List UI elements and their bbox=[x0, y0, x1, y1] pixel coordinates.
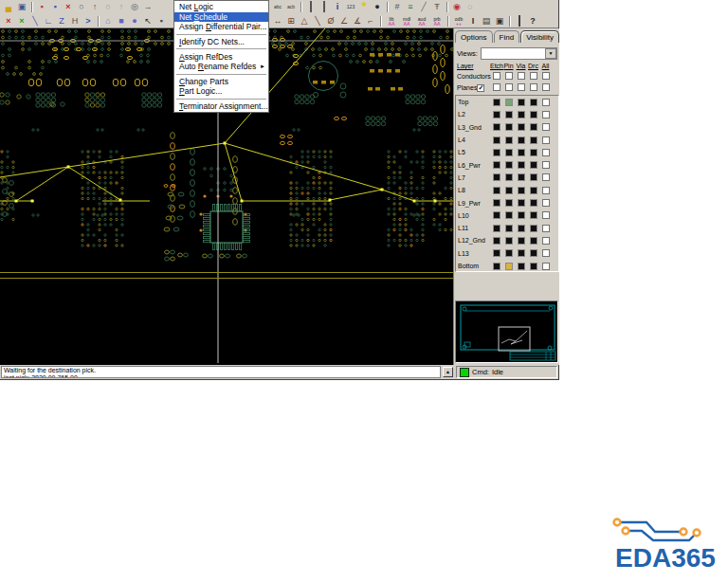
conductors-via-checkbox[interactable] bbox=[518, 72, 525, 80]
delete-green-x-icon[interactable]: × bbox=[15, 15, 28, 27]
text-acb-icon[interactable]: acb bbox=[284, 1, 298, 13]
layer-etch-swatch[interactable] bbox=[493, 249, 500, 257]
layer-via-swatch[interactable] bbox=[518, 263, 525, 270]
dim-linear-icon[interactable]: ↔ bbox=[271, 15, 284, 27]
tab-find[interactable]: Find bbox=[494, 30, 520, 43]
layer-etch-swatch[interactable] bbox=[493, 111, 500, 118]
layer-all-checkbox[interactable] bbox=[542, 99, 550, 106]
select-lasso-icon[interactable]: ○ bbox=[75, 1, 88, 13]
layer-drc-swatch[interactable] bbox=[530, 136, 537, 144]
layer-all-checkbox[interactable] bbox=[542, 225, 550, 232]
layer-via-swatch[interactable] bbox=[518, 111, 525, 118]
planes-pin-checkbox[interactable] bbox=[505, 83, 513, 91]
layer-pin-swatch[interactable] bbox=[505, 211, 513, 219]
world-view[interactable] bbox=[455, 300, 558, 363]
layer-via-swatch[interactable] bbox=[518, 99, 525, 106]
layer-all-checkbox[interactable] bbox=[542, 211, 550, 219]
layer-drc-swatch[interactable] bbox=[530, 263, 537, 270]
views-dropdown[interactable]: ▼ bbox=[481, 47, 557, 60]
text-abc-icon[interactable]: abc bbox=[271, 1, 284, 13]
menu-item-part-logic[interactable]: Part Logic... bbox=[174, 86, 268, 97]
slope-icon[interactable]: ╱ bbox=[417, 1, 430, 13]
layer-pin-swatch[interactable] bbox=[505, 123, 513, 131]
color-palette-icon[interactable] bbox=[304, 1, 318, 13]
odb-icon[interactable]: odb++ bbox=[451, 15, 466, 27]
layer-via-swatch[interactable] bbox=[518, 237, 525, 245]
dim-triangle-icon[interactable]: △ bbox=[298, 15, 311, 27]
layer-drc-swatch[interactable] bbox=[530, 161, 537, 169]
layer-via-swatch[interactable] bbox=[518, 187, 525, 194]
layer-all-checkbox[interactable] bbox=[542, 263, 550, 270]
conductors-all-checkbox[interactable] bbox=[542, 72, 550, 80]
dehighlight-icon[interactable]: ● bbox=[371, 1, 384, 13]
menu-item-terminator-assignment[interactable]: Terminator Assignment... bbox=[174, 101, 268, 112]
layer-etch-swatch[interactable] bbox=[493, 99, 500, 106]
layer-via-swatch[interactable] bbox=[518, 199, 525, 207]
highlight-icon[interactable]: * bbox=[357, 1, 371, 13]
layer-all-checkbox[interactable] bbox=[542, 111, 550, 118]
layer-drc-swatch[interactable] bbox=[530, 237, 537, 245]
layer-all-checkbox[interactable] bbox=[542, 123, 550, 131]
window-icon[interactable] bbox=[513, 15, 526, 27]
aud-icon[interactable]: audAA bbox=[414, 15, 429, 27]
layer-pin-swatch[interactable] bbox=[505, 99, 513, 106]
orthogonal-icon[interactable]: ∟ bbox=[42, 15, 55, 27]
menu-item-assign-differential-pair[interactable]: Assign Differential Pair... bbox=[174, 22, 268, 32]
fix-icon[interactable]: ◉ bbox=[450, 1, 464, 13]
layer-pin-swatch[interactable] bbox=[505, 263, 513, 270]
layer-all-checkbox[interactable] bbox=[542, 149, 550, 156]
layer-all-checkbox[interactable] bbox=[542, 187, 550, 194]
layers-icon[interactable]: ≡ bbox=[404, 1, 417, 13]
delete-red-x-icon[interactable]: × bbox=[2, 15, 15, 27]
layer-etch-swatch[interactable] bbox=[493, 211, 500, 219]
numbers-icon[interactable]: 123 bbox=[344, 1, 357, 13]
planes-checkbox[interactable]: ✓ bbox=[477, 84, 484, 92]
layer-pin-swatch[interactable] bbox=[505, 187, 513, 194]
layer-etch-swatch[interactable] bbox=[493, 237, 500, 245]
tab-options[interactable]: Options bbox=[455, 30, 493, 43]
layer-pin-swatch[interactable] bbox=[505, 199, 513, 207]
planes-via-checkbox[interactable] bbox=[518, 83, 525, 91]
layer-etch-swatch[interactable] bbox=[493, 187, 500, 194]
grid-icon[interactable]: # bbox=[391, 1, 404, 13]
layer-etch-swatch[interactable] bbox=[493, 199, 500, 207]
save-icon[interactable]: ▣ bbox=[15, 1, 28, 13]
conductors-pin-checkbox[interactable] bbox=[505, 72, 513, 80]
menu-item-change-parts[interactable]: Change Parts bbox=[174, 77, 268, 87]
layer-pin-swatch[interactable] bbox=[505, 237, 513, 245]
layer-drc-swatch[interactable] bbox=[530, 187, 537, 194]
layer-all-checkbox[interactable] bbox=[542, 199, 550, 207]
layer-drc-swatch[interactable] bbox=[530, 123, 537, 131]
layer-etch-swatch[interactable] bbox=[493, 149, 500, 156]
dim-diameter-icon[interactable]: Ø bbox=[324, 15, 337, 27]
color-palette2-icon[interactable] bbox=[318, 1, 331, 13]
layer-drc-swatch[interactable] bbox=[530, 211, 537, 219]
layer-pin-swatch[interactable] bbox=[505, 161, 513, 169]
dim-angle-icon[interactable]: ∠ bbox=[337, 15, 351, 27]
layer-drc-swatch[interactable] bbox=[530, 111, 537, 118]
dropdown-arrow-icon[interactable]: ▼ bbox=[545, 48, 556, 59]
layer-via-swatch[interactable] bbox=[518, 249, 525, 257]
camera-icon[interactable]: ▣ bbox=[493, 15, 506, 27]
menu-item-auto-rename-refdes[interactable]: Auto Rename Refdes► bbox=[174, 62, 268, 72]
line-icon[interactable]: ╲ bbox=[28, 15, 42, 27]
raise2-icon[interactable]: ↑ bbox=[115, 1, 128, 13]
layer-all-checkbox[interactable] bbox=[542, 237, 550, 245]
layer-via-swatch[interactable] bbox=[518, 136, 525, 144]
layer-all-checkbox[interactable] bbox=[542, 136, 550, 144]
tab-visibility[interactable]: Visibility bbox=[520, 30, 559, 43]
layer-drc-swatch[interactable] bbox=[530, 149, 537, 156]
prb-icon[interactable]: prbAA bbox=[429, 15, 445, 27]
target-icon[interactable]: ◎ bbox=[128, 1, 141, 13]
layer-via-swatch[interactable] bbox=[518, 123, 525, 131]
info-icon[interactable]: i bbox=[331, 1, 344, 13]
help-icon[interactable]: ? bbox=[526, 15, 539, 27]
raise-icon[interactable]: ↑ bbox=[88, 1, 101, 13]
layer-etch-swatch[interactable] bbox=[493, 136, 500, 144]
layer-etch-swatch[interactable] bbox=[493, 225, 500, 232]
shape-blob-icon[interactable]: ⌂ bbox=[101, 15, 115, 27]
unfix-icon[interactable]: ◌ bbox=[464, 1, 477, 13]
layer-all-checkbox[interactable] bbox=[542, 249, 550, 257]
conductors-drc-checkbox[interactable] bbox=[530, 72, 537, 80]
dim-corner-icon[interactable]: ⌐ bbox=[364, 15, 377, 27]
